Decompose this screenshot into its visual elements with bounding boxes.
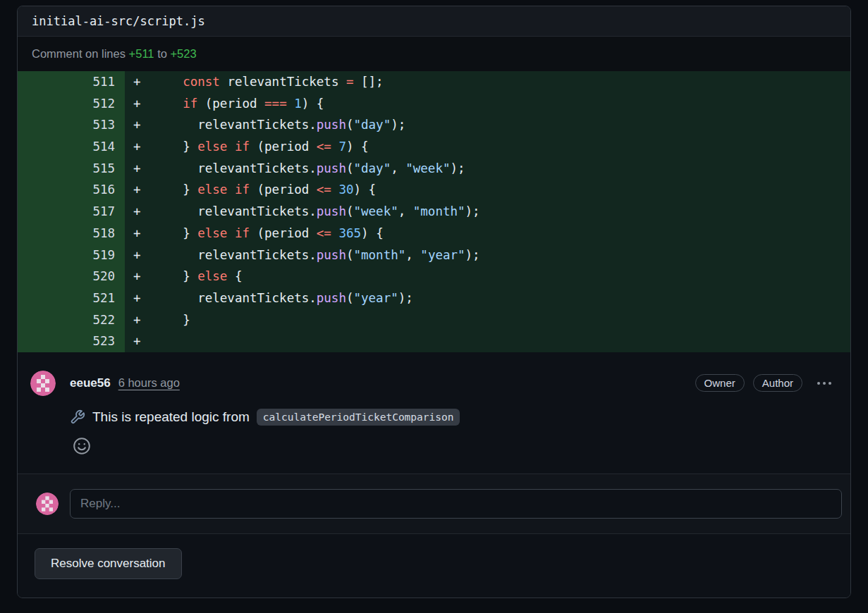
diff-add-sign: + bbox=[125, 93, 153, 115]
comment-author[interactable]: eeue56 bbox=[70, 376, 111, 390]
resolve-row: Resolve conversation bbox=[18, 533, 850, 597]
wrench-icon bbox=[70, 409, 85, 425]
line-number[interactable]: 513 bbox=[18, 114, 125, 136]
diff-add-sign: + bbox=[125, 158, 153, 180]
code-content: } else { bbox=[153, 266, 242, 287]
comment-header: eeue56 6 hours ago Owner Author bbox=[30, 371, 836, 396]
kebab-menu-icon[interactable] bbox=[812, 378, 836, 389]
diff-add-sign: + bbox=[125, 114, 153, 136]
code-content: relevantTickets.push("month", "year"); bbox=[153, 244, 480, 266]
code-line: 511+ const relevantTickets = []; bbox=[18, 71, 850, 93]
comment-text: This is repeated logic from bbox=[92, 409, 250, 425]
diff-add-sign: + bbox=[125, 287, 153, 309]
comment-timestamp[interactable]: 6 hours ago bbox=[118, 376, 180, 390]
code-line: 519+ relevantTickets.push("month", "year… bbox=[18, 244, 850, 266]
owner-badge: Owner bbox=[695, 374, 745, 392]
lines-header-connector: to bbox=[157, 47, 167, 60]
reply-input[interactable] bbox=[70, 489, 842, 519]
inline-code: calculatePeriodTicketComparison bbox=[257, 409, 460, 426]
code-content: const relevantTickets = []; bbox=[153, 71, 384, 93]
code-line: 514+ } else if (period <= 7) { bbox=[18, 136, 850, 158]
reply-avatar bbox=[36, 493, 59, 515]
range-end: +523 bbox=[170, 47, 196, 60]
diff-add-sign: + bbox=[125, 266, 153, 287]
diff-add-sign: + bbox=[125, 244, 153, 266]
line-number[interactable]: 511 bbox=[18, 71, 125, 93]
code-line: 523+ bbox=[18, 330, 850, 352]
code-line: 513+ relevantTickets.push("day"); bbox=[18, 114, 850, 136]
comment-lines-header: Comment on lines +511 to +523 bbox=[18, 37, 850, 71]
code-line: 515+ relevantTickets.push("day", "week")… bbox=[18, 158, 850, 180]
code-line: 516+ } else if (period <= 30) { bbox=[18, 179, 850, 201]
line-number[interactable]: 515 bbox=[18, 158, 125, 180]
code-line: 517+ relevantTickets.push("week", "month… bbox=[18, 201, 850, 223]
line-number[interactable]: 519 bbox=[18, 244, 125, 266]
code-line: 512+ if (period === 1) { bbox=[18, 93, 850, 115]
line-number[interactable]: 517 bbox=[18, 201, 125, 223]
line-number[interactable]: 520 bbox=[18, 266, 125, 287]
reaction-row bbox=[73, 437, 836, 458]
diff-add-sign: + bbox=[125, 201, 153, 223]
code-content: } bbox=[153, 309, 190, 331]
code-line: 521+ relevantTickets.push("year"); bbox=[18, 287, 850, 309]
lines-header-prefix: Comment on lines bbox=[32, 47, 126, 60]
diff-add-sign: + bbox=[125, 309, 153, 331]
author-badge: Author bbox=[753, 374, 802, 392]
comment-body: This is repeated logic from calculatePer… bbox=[70, 409, 836, 426]
line-number[interactable]: 516 bbox=[18, 179, 125, 201]
diff-add-sign: + bbox=[125, 136, 153, 158]
review-thread-card: initial-ai-src/script.js Comment on line… bbox=[17, 6, 851, 598]
code-line: 520+ } else { bbox=[18, 266, 850, 287]
diff-add-sign: + bbox=[125, 330, 153, 352]
line-number[interactable]: 523 bbox=[18, 330, 125, 352]
avatar[interactable] bbox=[30, 371, 56, 396]
file-path[interactable]: initial-ai-src/script.js bbox=[32, 14, 205, 28]
file-header: initial-ai-src/script.js bbox=[18, 6, 850, 37]
diff-add-sign: + bbox=[125, 71, 153, 93]
line-number[interactable]: 521 bbox=[18, 287, 125, 309]
code-content: relevantTickets.push("day"); bbox=[153, 114, 405, 136]
code-content: relevantTickets.push("year"); bbox=[153, 287, 413, 309]
range-start: +511 bbox=[129, 47, 154, 60]
code-diff: 511+ const relevantTickets = [];512+ if … bbox=[18, 71, 850, 352]
add-reaction-button[interactable] bbox=[73, 437, 91, 455]
code-content: relevantTickets.push("day", "week"); bbox=[153, 158, 465, 180]
code-line: 518+ } else if (period <= 365) { bbox=[18, 223, 850, 244]
line-number[interactable]: 522 bbox=[18, 309, 125, 331]
diff-add-sign: + bbox=[125, 223, 153, 244]
review-comment: eeue56 6 hours ago Owner Author This is … bbox=[18, 352, 850, 473]
diff-add-sign: + bbox=[125, 179, 153, 201]
reply-row bbox=[18, 473, 850, 533]
code-content: } else if (period <= 30) { bbox=[153, 179, 376, 201]
resolve-conversation-button[interactable]: Resolve conversation bbox=[35, 548, 182, 579]
code-line: 522+ } bbox=[18, 309, 850, 331]
line-number[interactable]: 518 bbox=[18, 223, 125, 244]
code-content: } else if (period <= 365) { bbox=[153, 223, 384, 244]
line-number[interactable]: 514 bbox=[18, 136, 125, 158]
line-number[interactable]: 512 bbox=[18, 93, 125, 115]
code-content: relevantTickets.push("week", "month"); bbox=[153, 201, 480, 223]
code-content: if (period === 1) { bbox=[153, 93, 324, 115]
code-content: } else if (period <= 7) { bbox=[153, 136, 369, 158]
